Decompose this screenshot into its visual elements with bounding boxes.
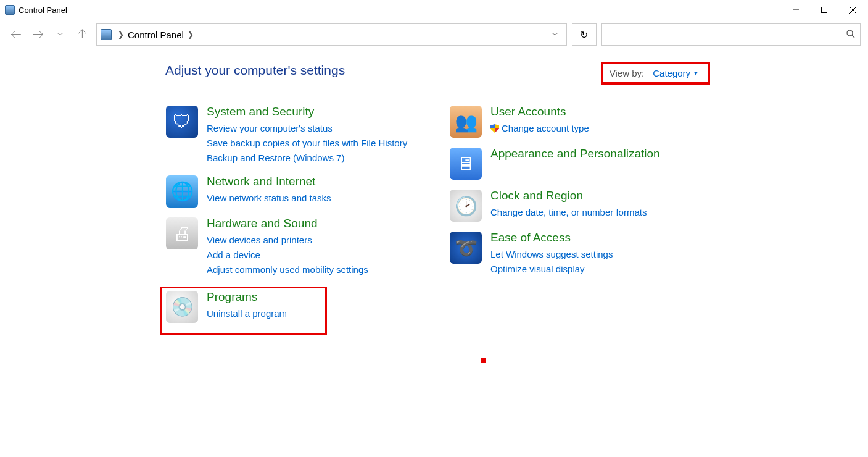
refresh-button[interactable]: ↻ [572, 23, 597, 46]
annotation-dot [481, 358, 486, 363]
up-button[interactable]: 🡡 [74, 26, 91, 43]
category-appearance-personalization: 🖥 Appearance and Personalization [449, 147, 696, 180]
view-by-label: View by: [610, 68, 644, 78]
search-box[interactable] [601, 23, 861, 46]
category-link[interactable]: Let Windows suggest settings [490, 247, 613, 262]
breadcrumb-separator: ❯ [114, 30, 128, 39]
category-system-security: 🛡 System and Security Review your comput… [165, 105, 412, 166]
close-button[interactable] [838, 1, 867, 19]
category-title[interactable]: Appearance and Personalization [490, 148, 660, 161]
forward-button[interactable]: 🡢 [30, 26, 47, 43]
category-ease-of-access: ➰ Ease of Access Let Windows suggest set… [449, 231, 696, 277]
category-link[interactable]: Review your computer's status [207, 121, 407, 136]
titlebar: Control Panel [0, 0, 868, 20]
category-link[interactable]: View network status and tasks [207, 191, 331, 206]
category-link[interactable]: Save backup copies of your files with Fi… [207, 136, 407, 151]
users-icon: 👥 [450, 106, 482, 138]
category-programs: 💿 Programs Uninstall a program [160, 287, 327, 335]
clock-icon: 🕑 [450, 190, 482, 222]
category-link[interactable]: View devices and printers [207, 233, 368, 248]
category-link[interactable]: Add a device [207, 248, 368, 262]
printer-icon: 🖨 [166, 217, 198, 249]
category-title[interactable]: Ease of Access [490, 232, 613, 245]
search-icon [846, 30, 855, 40]
category-title[interactable]: Programs [207, 291, 287, 304]
monitor-icon: 🖥 [450, 148, 482, 180]
category-link[interactable]: Change date, time, or number formats [490, 205, 647, 220]
shield-icon: 🛡 [166, 106, 198, 138]
minimize-button[interactable] [782, 1, 810, 19]
app-icon [5, 5, 15, 15]
page-title: Adjust your computer's settings [165, 63, 345, 78]
category-title[interactable]: Network and Internet [207, 175, 331, 188]
search-input[interactable] [607, 29, 846, 40]
svg-line-5 [852, 35, 854, 38]
nav-row: 🡠 🡢 ﹀ 🡡 ❯ Control Panel ❯ ﹀ ↻ [0, 20, 868, 49]
svg-point-4 [847, 30, 853, 36]
category-clock-region: 🕑 Clock and Region Change date, time, or… [449, 189, 696, 222]
view-by-selector[interactable]: View by: Category ▼ [601, 62, 710, 85]
recent-locations-button[interactable]: ﹀ [52, 26, 69, 43]
view-by-value[interactable]: Category ▼ [653, 68, 699, 78]
category-link[interactable]: Change account type [490, 121, 589, 136]
ease-of-access-icon: ➰ [450, 232, 482, 264]
control-panel-icon [101, 29, 112, 40]
category-link[interactable]: Adjust commonly used mobility settings [207, 262, 368, 277]
chevron-down-icon: ▼ [693, 70, 699, 77]
category-network-internet: 🌐 Network and Internet View network stat… [165, 175, 412, 208]
category-title[interactable]: User Accounts [490, 106, 589, 119]
category-user-accounts: 👥 User Accounts Change account type [449, 105, 696, 138]
uac-shield-icon [490, 124, 499, 133]
back-button[interactable]: 🡠 [7, 26, 25, 43]
disc-icon: 💿 [166, 291, 198, 323]
breadcrumb-item[interactable]: Control Panel [128, 30, 184, 40]
category-hardware-sound: 🖨 Hardware and Sound View devices and pr… [165, 217, 412, 278]
category-link[interactable]: Backup and Restore (Windows 7) [207, 151, 407, 166]
svg-rect-1 [822, 7, 827, 13]
address-bar[interactable]: ❯ Control Panel ❯ ﹀ [96, 23, 567, 46]
address-history-button[interactable]: ﹀ [544, 24, 566, 45]
breadcrumb-separator: ❯ [184, 30, 197, 39]
category-title[interactable]: System and Security [207, 106, 407, 119]
window-title: Control Panel [19, 6, 67, 15]
category-title[interactable]: Hardware and Sound [207, 217, 368, 230]
globe-icon: 🌐 [166, 175, 198, 208]
category-link[interactable]: Uninstall a program [207, 306, 287, 321]
maximize-button[interactable] [810, 1, 838, 19]
category-title[interactable]: Clock and Region [490, 190, 647, 203]
category-link[interactable]: Optimize visual display [490, 262, 613, 277]
